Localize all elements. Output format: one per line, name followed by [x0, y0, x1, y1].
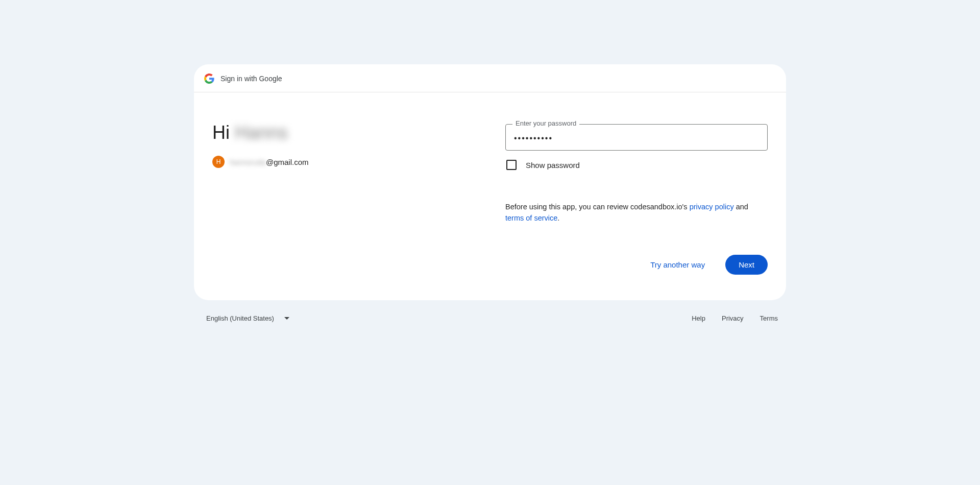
privacy-policy-link[interactable]: privacy policy: [690, 203, 734, 211]
footer: English (United States) Help Privacy Ter…: [194, 300, 786, 336]
signin-card: Sign in with Google Hi Hanns H hannsruda…: [194, 64, 786, 300]
card-header: Sign in with Google: [194, 64, 786, 92]
greeting: Hi Hanns: [212, 122, 475, 143]
email-domain: @gmail.com: [266, 158, 309, 166]
disclaimer-text: Before using this app, you can review co…: [505, 202, 768, 224]
chevron-down-icon: [284, 317, 289, 320]
disclaimer-middle: and: [734, 203, 748, 211]
password-label: Enter your password: [512, 119, 579, 127]
terms-of-service-link[interactable]: terms of service: [505, 214, 557, 222]
try-another-way-button[interactable]: Try another way: [644, 255, 711, 274]
google-logo-icon: [204, 74, 214, 84]
greeting-name: Hanns: [235, 122, 288, 143]
show-password-checkbox[interactable]: [506, 160, 517, 170]
account-chip[interactable]: H hannsruda@gmail.com: [212, 156, 475, 168]
password-input[interactable]: [505, 124, 768, 151]
footer-terms-link[interactable]: Terms: [760, 314, 778, 322]
footer-privacy-link[interactable]: Privacy: [722, 314, 744, 322]
email-local: hannsruda: [230, 158, 266, 166]
greeting-prefix: Hi: [212, 122, 235, 143]
header-title: Sign in with Google: [220, 75, 282, 83]
show-password-label[interactable]: Show password: [526, 161, 580, 169]
language-label: English (United States): [206, 314, 274, 322]
footer-help-link[interactable]: Help: [692, 314, 705, 322]
account-email: hannsruda@gmail.com: [230, 158, 308, 166]
password-field-wrapper: Enter your password: [505, 124, 768, 151]
disclaimer-prefix: Before using this app, you can review co…: [505, 203, 690, 211]
avatar: H: [212, 156, 225, 168]
language-selector[interactable]: English (United States): [202, 311, 293, 325]
disclaimer-suffix: .: [557, 214, 559, 222]
next-button[interactable]: Next: [725, 255, 768, 275]
